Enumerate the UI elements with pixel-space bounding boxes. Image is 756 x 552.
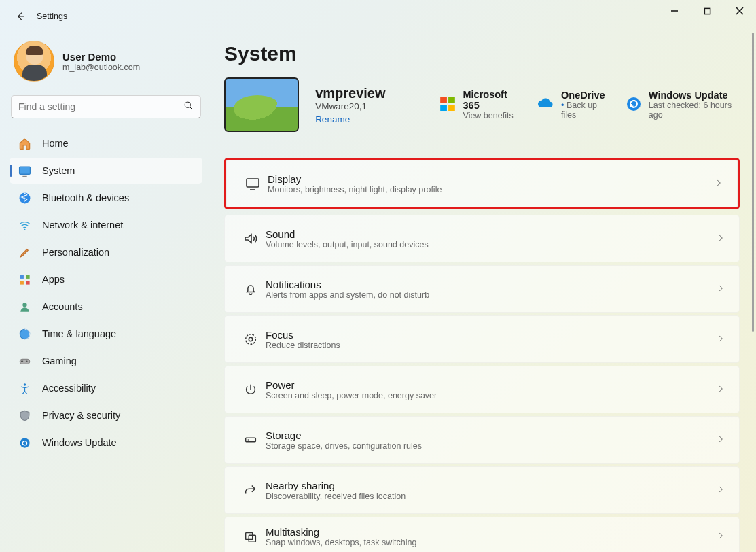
device-info: vmpreview VMware20,1 Rename [315,86,385,124]
bell-icon [236,281,266,296]
promo-sub: Last checked: 6 hours ago [649,101,740,120]
chevron-right-icon [714,178,723,190]
svg-point-4 [24,228,25,230]
svg-rect-20 [247,179,259,187]
share-icon [236,483,266,498]
promo-windowsupdate[interactable]: Windows Update Last checked: 6 hours ago [626,90,740,120]
nav-label: Personalization [42,247,109,258]
nav-accounts[interactable]: Accounts [10,294,202,320]
settings-list: Display Monitors, brightness, night ligh… [224,158,740,552]
nav-bluetooth[interactable]: Bluetooth & devices [10,185,202,211]
svg-point-22 [249,337,253,341]
nav-update[interactable]: Windows Update [10,430,202,455]
promo-title: Windows Update [649,90,740,101]
svg-point-1 [185,102,190,107]
svg-rect-23 [246,438,256,442]
svg-rect-18 [448,105,455,111]
wifi-icon [18,218,31,232]
setting-focus[interactable]: Focus Reduce distractions [224,315,740,363]
minimize-button[interactable] [658,0,691,22]
nav-label: Bluetooth & devices [42,192,129,203]
svg-point-24 [248,439,249,440]
svg-rect-6 [26,275,30,279]
scrollbar[interactable] [752,33,754,332]
chevron-right-icon [716,531,725,542]
setting-power[interactable]: Power Screen and sleep, power mode, ener… [224,366,740,413]
search-input[interactable] [18,101,183,112]
promo-sub: View benefits [463,111,521,120]
setting-nearby[interactable]: Nearby sharing Discoverability, received… [224,466,740,514]
setting-notifications[interactable]: Notifications Alerts from apps and syste… [224,265,740,313]
gamepad-icon [18,354,31,368]
setting-sub: Snap windows, desktops, task switching [266,538,416,547]
profile-block[interactable]: User Demo m_lab@outlook.com [10,33,202,94]
setting-title: Display [268,173,442,185]
setting-sub: Reduce distractions [266,341,340,350]
promo-title: Microsoft 365 [463,89,521,111]
titlebar: Settings [0,0,756,33]
nav-label: Privacy & security [42,410,120,421]
nav-accessibility[interactable]: Accessibility [10,375,202,401]
svg-point-21 [246,334,256,345]
clock-globe-icon [18,327,31,341]
nav-time[interactable]: Time & language [10,321,202,347]
setting-title: Notifications [266,279,429,290]
nav-home[interactable]: Home [10,131,202,156]
nav-gaming[interactable]: Gaming [10,348,202,374]
promo-onedrive[interactable]: OneDrive Back up files [537,90,609,120]
back-button[interactable] [7,3,34,30]
bluetooth-icon [18,191,31,205]
device-model: VMware20,1 [315,101,385,111]
nav-network[interactable]: Network & internet [10,212,202,238]
nav-label: System [42,165,75,176]
svg-point-19 [627,97,641,111]
svg-point-14 [20,438,29,447]
setting-sub: Discoverability, received files location [266,491,406,501]
svg-rect-0 [704,8,710,14]
update-icon [18,436,31,449]
nav-apps[interactable]: Apps [10,266,202,292]
setting-storage[interactable]: Storage Storage space, drives, configura… [224,416,740,464]
search-box[interactable] [11,95,201,118]
chevron-right-icon [716,283,725,295]
chevron-right-icon [716,233,725,245]
maximize-button[interactable] [691,0,723,22]
setting-sound[interactable]: Sound Volume levels, output, input, soun… [224,215,740,262]
promo-microsoft365[interactable]: Microsoft 365 View benefits [439,89,521,120]
brush-icon [18,245,31,259]
device-row: vmpreview VMware20,1 Rename Microsoft 36… [224,77,740,132]
setting-title: Power [266,379,437,391]
svg-rect-17 [440,105,447,111]
accessibility-icon [18,381,31,395]
svg-rect-15 [440,97,447,103]
nav: Home System Bluetooth & devices Network … [10,131,202,455]
setting-multitasking[interactable]: Multitasking Snap windows, desktops, tas… [224,517,740,552]
svg-rect-8 [26,281,30,285]
nav-label: Time & language [42,328,116,339]
setting-title: Sound [266,228,429,240]
setting-sub: Volume levels, output, input, sound devi… [266,240,429,249]
promo-title: OneDrive [561,90,609,101]
svg-rect-7 [20,281,24,285]
nav-privacy[interactable]: Privacy & security [10,402,202,428]
close-button[interactable] [723,0,756,22]
system-icon [18,164,31,177]
nav-label: Network & internet [42,220,123,230]
svg-point-12 [26,360,27,362]
nav-label: Gaming [42,356,77,366]
setting-display[interactable]: Display Monitors, brightness, night ligh… [226,160,738,207]
setting-sub: Screen and sleep, power mode, energy sav… [266,391,437,400]
home-icon [18,137,31,150]
search-icon [183,101,194,113]
svg-rect-16 [448,97,455,103]
apps-icon [18,273,31,286]
svg-rect-5 [20,275,24,279]
nav-label: Accounts [42,301,83,312]
shield-icon [18,409,31,422]
nav-personalization[interactable]: Personalization [10,239,202,265]
nav-system[interactable]: System [10,158,202,184]
rename-link[interactable]: Rename [315,114,350,124]
device-thumbnail[interactable] [224,77,299,132]
onedrive-icon [537,98,554,112]
profile-name: User Demo [62,51,140,63]
